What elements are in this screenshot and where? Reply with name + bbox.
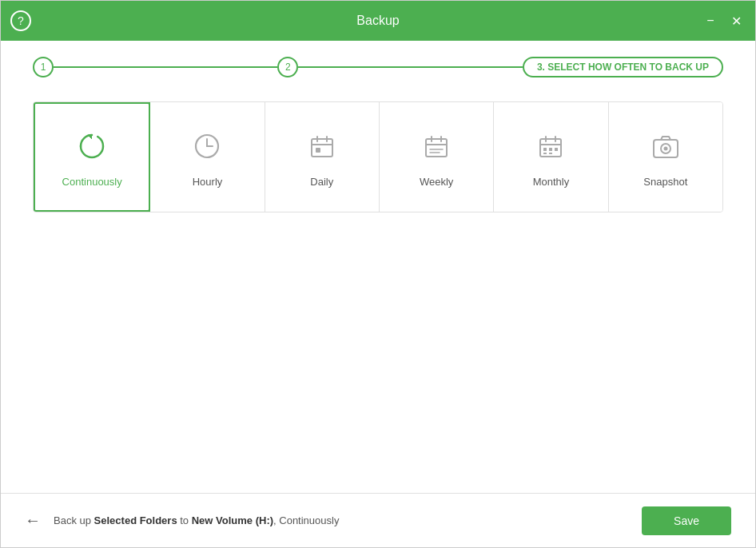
monthly-icon — [531, 126, 571, 166]
step-line-1 — [54, 66, 277, 68]
snapshot-icon — [646, 126, 686, 166]
hourly-label: Hourly — [193, 176, 223, 188]
back-button[interactable]: ← — [25, 511, 41, 530]
svg-rect-20 — [555, 148, 558, 151]
svg-rect-7 — [316, 148, 320, 153]
back-arrow-icon: ← — [25, 511, 41, 529]
weekly-label: Weekly — [420, 176, 453, 188]
step-2: 2 — [277, 57, 298, 77]
svg-point-25 — [663, 147, 667, 151]
daily-icon — [302, 126, 342, 166]
window-title: Backup — [356, 14, 399, 28]
help-icon: ? — [18, 14, 24, 27]
step-1: 1 — [33, 57, 54, 77]
svg-rect-8 — [426, 139, 447, 157]
svg-rect-22 — [549, 153, 552, 154]
title-bar: ? Backup − ✕ — [1, 1, 755, 41]
option-weekly[interactable]: Weekly — [380, 102, 494, 212]
step-1-circle: 1 — [33, 57, 54, 77]
footer-suffix: , Continuously — [273, 514, 339, 526]
option-continuously[interactable]: Continuously — [33, 101, 151, 212]
svg-rect-18 — [543, 148, 547, 151]
step-2-circle: 2 — [277, 57, 298, 77]
option-daily[interactable]: Daily — [265, 102, 380, 212]
step-line-2 — [298, 66, 522, 68]
backup-options-container: Continuously Hourly — [1, 93, 755, 220]
backup-options-grid: Continuously Hourly — [33, 101, 723, 212]
monthly-label: Monthly — [533, 176, 570, 188]
option-hourly[interactable]: Hourly — [150, 102, 265, 212]
footer-middle: to — [177, 514, 192, 526]
hourly-icon — [187, 126, 227, 166]
weekly-icon — [416, 126, 456, 166]
footer: ← Back up Selected Folders to New Volume… — [1, 493, 755, 547]
footer-source: Selected Folders — [94, 514, 177, 526]
footer-destination: New Volume (H:) — [192, 514, 273, 526]
progress-bar: 1 2 3. SELECT HOW OFTEN TO BACK UP — [1, 41, 755, 93]
option-snapshot[interactable]: Snapshot — [609, 102, 722, 212]
svg-rect-19 — [549, 148, 552, 151]
window-controls: − ✕ — [701, 11, 746, 30]
save-button[interactable]: Save — [642, 506, 731, 535]
step-3-active: 3. SELECT HOW OFTEN TO BACK UP — [523, 57, 723, 77]
svg-rect-3 — [312, 139, 332, 157]
close-button[interactable]: ✕ — [726, 11, 746, 30]
continuously-icon — [72, 126, 112, 166]
snapshot-label: Snapshot — [643, 176, 687, 188]
help-button[interactable]: ? — [10, 10, 31, 31]
footer-info: Back up Selected Folders to New Volume (… — [54, 514, 339, 526]
footer-prefix: Back up — [54, 514, 94, 526]
continuously-label: Continuously — [62, 176, 122, 188]
minimize-button[interactable]: − — [701, 11, 720, 30]
daily-label: Daily — [310, 176, 333, 188]
option-monthly[interactable]: Monthly — [494, 102, 608, 212]
svg-rect-21 — [543, 153, 547, 154]
